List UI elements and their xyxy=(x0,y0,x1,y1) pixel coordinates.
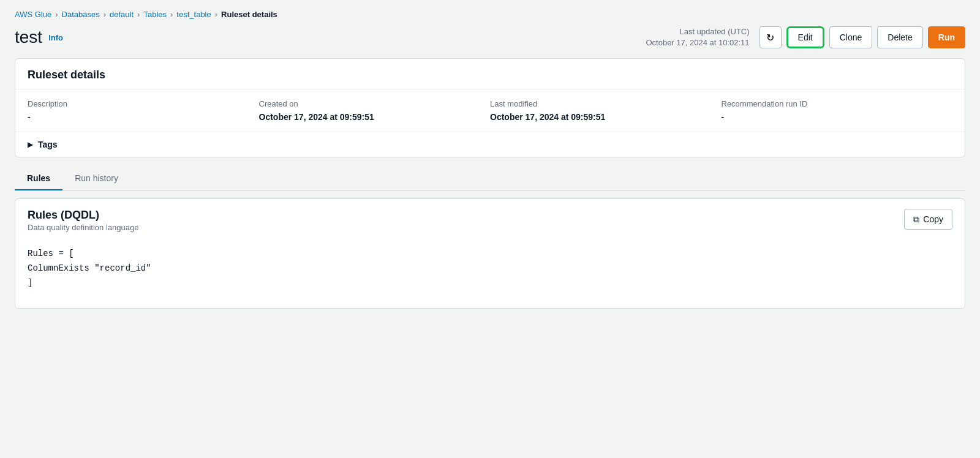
detail-modified-label: Last modified xyxy=(490,99,722,108)
header-right: Last updated (UTC) October 17, 2024 at 1… xyxy=(646,26,965,48)
breadcrumb-aws-glue[interactable]: AWS Glue xyxy=(15,10,51,19)
detail-modified-value: October 17, 2024 at 09:59:51 xyxy=(490,112,722,122)
breadcrumb-tables[interactable]: Tables xyxy=(143,10,167,19)
detail-created-label: Created on xyxy=(259,99,491,108)
tags-section[interactable]: ▶ Tags xyxy=(15,132,965,157)
copy-icon: ⧉ xyxy=(913,214,919,225)
edit-button[interactable]: Edit xyxy=(786,26,824,48)
tags-arrow-icon: ▶ xyxy=(28,140,33,149)
info-button[interactable]: Info xyxy=(48,33,63,42)
tab-run-history[interactable]: Run history xyxy=(62,167,130,190)
detail-description: Description - xyxy=(28,99,259,122)
rules-card: Rules (DQDL) Data quality definition lan… xyxy=(15,198,965,308)
last-updated-label: Last updated (UTC) xyxy=(646,26,749,37)
breadcrumb-sep-4: › xyxy=(170,10,173,19)
detail-rec-run-label: Recommendation run ID xyxy=(722,99,953,108)
refresh-icon: ↻ xyxy=(766,32,774,43)
detail-recommendation-run-id: Recommendation run ID - xyxy=(722,99,953,122)
breadcrumb-sep-5: › xyxy=(215,10,217,19)
tabs-container: Rules Run history xyxy=(15,167,965,191)
run-button[interactable]: Run xyxy=(928,26,965,48)
refresh-button[interactable]: ↻ xyxy=(760,26,782,48)
last-updated: Last updated (UTC) October 17, 2024 at 1… xyxy=(646,26,749,48)
tags-label: Tags xyxy=(38,140,58,149)
rules-title-group: Rules (DQDL) Data quality definition lan… xyxy=(28,209,138,232)
rules-title: Rules (DQDL) xyxy=(28,209,138,222)
breadcrumb-sep-2: › xyxy=(104,10,106,19)
header-left: test Info xyxy=(15,28,63,47)
page-header: test Info Last updated (UTC) October 17,… xyxy=(15,26,965,48)
delete-button[interactable]: Delete xyxy=(877,26,922,48)
breadcrumb-test-table[interactable]: test_table xyxy=(176,10,211,19)
copy-label: Copy xyxy=(923,214,943,224)
detail-created-value: October 17, 2024 at 09:59:51 xyxy=(259,112,491,122)
last-updated-value: October 17, 2024 at 10:02:11 xyxy=(646,37,749,48)
breadcrumb-current: Ruleset details xyxy=(221,10,277,19)
rules-card-header: Rules (DQDL) Data quality definition lan… xyxy=(15,199,965,237)
tab-rules[interactable]: Rules xyxy=(15,167,62,190)
breadcrumb-default[interactable]: default xyxy=(110,10,134,19)
rules-code: Rules = [ ColumnExists "record_id" ] xyxy=(28,242,952,295)
breadcrumb-sep-1: › xyxy=(55,10,58,19)
ruleset-details-title: Ruleset details xyxy=(15,59,965,89)
detail-last-modified: Last modified October 17, 2024 at 09:59:… xyxy=(490,99,722,122)
clone-button[interactable]: Clone xyxy=(829,26,873,48)
rules-subtitle: Data quality definition language xyxy=(28,223,138,232)
detail-created-on: Created on October 17, 2024 at 09:59:51 xyxy=(259,99,491,122)
detail-rec-run-value: - xyxy=(722,112,953,122)
page-title: test xyxy=(15,28,42,47)
detail-description-label: Description xyxy=(28,99,259,108)
detail-description-value: - xyxy=(28,112,259,122)
details-grid: Description - Created on October 17, 202… xyxy=(15,89,965,132)
breadcrumb-databases[interactable]: Databases xyxy=(62,10,100,19)
ruleset-details-card: Ruleset details Description - Created on… xyxy=(15,58,965,157)
breadcrumb-sep-3: › xyxy=(137,10,140,19)
copy-button[interactable]: ⧉ Copy xyxy=(904,209,952,230)
breadcrumb: AWS Glue › Databases › default › Tables … xyxy=(15,10,965,19)
